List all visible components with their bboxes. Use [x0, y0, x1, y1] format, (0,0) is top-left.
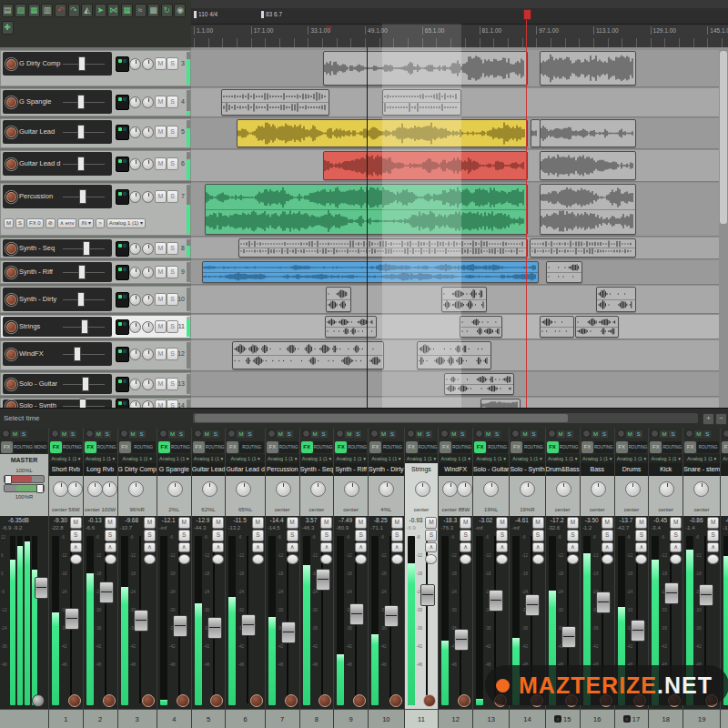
- routing-button[interactable]: ROUTING: [239, 441, 263, 453]
- pan-knob[interactable]: [236, 481, 251, 497]
- solo-button[interactable]: S: [425, 430, 432, 438]
- record-arm-icon[interactable]: [2, 430, 10, 438]
- solo-button[interactable]: S: [425, 530, 437, 541]
- solo-button[interactable]: S: [460, 530, 471, 541]
- fx-button[interactable]: FX: [440, 441, 451, 453]
- record-arm-button[interactable]: [285, 694, 298, 707]
- pan-knob[interactable]: [129, 158, 141, 170]
- mixer-strip-short-rvb[interactable]: MSFXROUTINGAnalog 1 (1 ▾Short Rvbcenter …: [49, 428, 83, 728]
- tempo-marker[interactable]: 83 6.7: [261, 11, 282, 18]
- routing-button[interactable]: ROUTING: [560, 441, 579, 453]
- routing-button[interactable]: ROUTING: [206, 441, 225, 453]
- pan-knob[interactable]: [625, 481, 641, 497]
- vertical-scrollbar[interactable]: [719, 47, 728, 408]
- fx-button[interactable]: FX: [474, 441, 486, 453]
- routing-button[interactable]: [116, 347, 129, 362]
- routing-button[interactable]: [116, 377, 129, 392]
- solo-button[interactable]: S: [178, 530, 190, 541]
- routing-button[interactable]: ROUTING: [662, 441, 682, 453]
- trim-knob[interactable]: [567, 554, 579, 564]
- track-panel-windfx[interactable]: WindFXMS12: [0, 340, 191, 370]
- width-knob[interactable]: [142, 321, 154, 333]
- mute-button[interactable]: M: [155, 96, 167, 108]
- grid-settings-icon[interactable]: ▦: [121, 4, 133, 17]
- zoom-out-button[interactable]: −: [715, 413, 727, 425]
- pan-knob[interactable]: [129, 191, 141, 203]
- width-knob[interactable]: [142, 96, 154, 108]
- mute-button[interactable]: M: [391, 517, 403, 529]
- fx-button[interactable]: FX: [119, 441, 131, 453]
- solo-button[interactable]: S: [105, 530, 116, 541]
- pan-knob[interactable]: [129, 321, 141, 333]
- track-panel-guitar-lead[interactable]: Guitar LeadMS5: [0, 118, 191, 148]
- input-selector[interactable]: Analog 1 (1 ▾: [510, 454, 544, 463]
- audio-clip[interactable]: [325, 316, 377, 338]
- solo-button[interactable]: S: [459, 430, 466, 438]
- solo-button[interactable]: S: [669, 430, 676, 438]
- mute-button[interactable]: M: [95, 430, 103, 438]
- record-arm-button[interactable]: [353, 694, 366, 707]
- audio-clip[interactable]: [596, 287, 636, 312]
- pan-knob[interactable]: [129, 400, 141, 409]
- envelope-button[interactable]: ∧: [252, 542, 264, 552]
- mute-button[interactable]: M: [129, 430, 137, 438]
- fader-handle[interactable]: [561, 626, 576, 648]
- routing-button[interactable]: [116, 292, 129, 308]
- track-volume-handle[interactable]: [74, 347, 81, 361]
- envelope-button[interactable]: ∧: [635, 542, 647, 552]
- audio-clip[interactable]: [480, 399, 521, 408]
- fx-button[interactable]: FX: [193, 441, 205, 453]
- pan-knob[interactable]: [202, 481, 217, 497]
- mute-button[interactable]: M: [460, 517, 471, 529]
- routing-button[interactable]: ROUTING: [594, 441, 613, 453]
- mute-button[interactable]: M: [155, 266, 167, 278]
- trim-knob[interactable]: [287, 554, 298, 564]
- solo-button[interactable]: S: [177, 430, 185, 438]
- time-selection[interactable]: [382, 47, 461, 408]
- fader-handle[interactable]: [281, 622, 296, 643]
- undo-icon[interactable]: ↶: [55, 4, 66, 17]
- fx-button[interactable]: FX: [335, 441, 347, 453]
- solo-button[interactable]: S: [167, 320, 178, 333]
- solo-button[interactable]: S: [707, 530, 719, 541]
- envelope-button[interactable]: ∧: [391, 542, 403, 552]
- record-arm-button[interactable]: [5, 96, 17, 108]
- fader-handle[interactable]: [596, 592, 611, 613]
- audio-clip[interactable]: [575, 316, 619, 338]
- pan-knob[interactable]: [591, 481, 606, 497]
- envelope-button[interactable]: ∧: [532, 542, 544, 552]
- fx-button[interactable]: FX: [722, 441, 728, 453]
- trim-knob[interactable]: [391, 554, 403, 564]
- envelope-button[interactable]: ∧: [460, 542, 471, 552]
- record-arm-button[interactable]: [389, 694, 402, 707]
- solo-button[interactable]: S: [167, 190, 178, 203]
- record-arm-button[interactable]: [5, 158, 17, 170]
- envelope-button[interactable]: ∧: [567, 542, 579, 552]
- routing-button[interactable]: ROUTING: [697, 441, 719, 453]
- mute-button[interactable]: M: [707, 517, 719, 529]
- record-arm-icon[interactable]: [582, 430, 591, 438]
- record-arm-button[interactable]: [5, 191, 17, 203]
- solo-button[interactable]: S: [354, 430, 361, 438]
- mouse-edit-icon[interactable]: ➤: [95, 4, 106, 17]
- trim-knob[interactable]: [70, 554, 82, 564]
- mixer-strip-g-spangle[interactable]: MSFXROUTINGAnalog 1 (1 ▾G Spangle2%L-12.…: [157, 428, 191, 728]
- record-arm-icon[interactable]: [511, 430, 520, 438]
- routing-button[interactable]: [116, 157, 129, 172]
- crossfade-icon[interactable]: ⋈: [107, 4, 119, 17]
- width-knob[interactable]: [142, 379, 154, 390]
- width-knob[interactable]: [102, 481, 117, 497]
- record-arm-icon[interactable]: [302, 430, 310, 438]
- solo-button[interactable]: S: [70, 530, 82, 541]
- fx-button[interactable]: FX: [227, 441, 238, 453]
- mute-button[interactable]: M: [557, 430, 565, 438]
- solo-button[interactable]: S: [496, 530, 508, 541]
- width-knob[interactable]: [142, 158, 154, 170]
- track-volume-handle[interactable]: [77, 125, 85, 139]
- routing-button[interactable]: ROUTING: [629, 441, 648, 453]
- mute-button[interactable]: M: [626, 430, 634, 438]
- routing-button[interactable]: ROUTING: [63, 441, 82, 453]
- input-selector[interactable]: Analog 1 (1 ▾: [405, 454, 439, 463]
- new-project-icon[interactable]: ▤: [2, 4, 14, 17]
- envelope-button[interactable]: ∧: [287, 542, 298, 552]
